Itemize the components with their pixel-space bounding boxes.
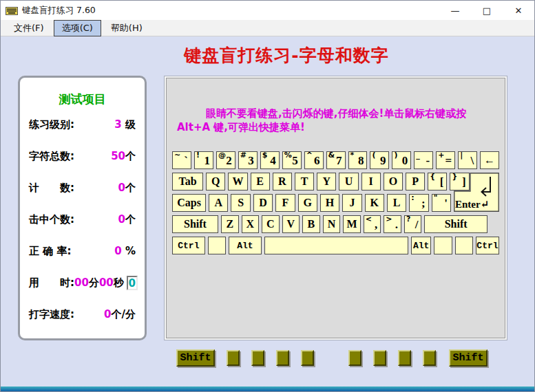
- menu-item[interactable]: 帮助(H): [103, 21, 150, 36]
- stats-row: 正 确 率:0 %: [29, 235, 136, 267]
- key-label: Tab: [173, 173, 202, 190]
- key-X[interactable]: X: [242, 215, 260, 233]
- key-O[interactable]: O: [384, 173, 403, 190]
- key-`[interactable]: ~`: [172, 151, 191, 169]
- key-label: Y: [317, 173, 335, 190]
- key-P[interactable]: P: [406, 173, 425, 190]
- key-E[interactable]: E: [251, 173, 270, 190]
- key-L[interactable]: L: [387, 194, 406, 212]
- key-label: W: [229, 173, 246, 190]
- key-C[interactable]: C: [262, 215, 280, 233]
- key-Ctrl[interactable]: Ctrl: [172, 237, 205, 254]
- key-=[interactable]: +=: [436, 151, 455, 169]
- key-/[interactable]: ?/: [404, 215, 422, 233]
- key-B[interactable]: B: [302, 215, 320, 233]
- key-Z[interactable]: Z: [221, 215, 239, 233]
- key-'[interactable]: "': [432, 194, 451, 212]
- key-shift-char: _: [416, 151, 420, 160]
- key-4[interactable]: $4: [260, 151, 280, 169]
- key-G[interactable]: G: [298, 194, 317, 212]
- key-6[interactable]: ^6: [304, 151, 324, 169]
- key-label: M: [344, 216, 360, 232]
- key-main-char: 2: [226, 153, 232, 169]
- key-backspace[interactable]: ←: [480, 151, 499, 169]
- key--[interactable]: _-: [414, 151, 433, 169]
- key-Y[interactable]: Y: [317, 173, 336, 190]
- menu-item[interactable]: 选项(C): [54, 21, 101, 36]
- key-2[interactable]: @2: [216, 151, 235, 169]
- key-,[interactable]: <,: [364, 215, 381, 233]
- left-shift-button[interactable]: Shift: [176, 349, 215, 367]
- key-J[interactable]: J: [342, 194, 361, 212]
- finger-square[interactable]: [301, 350, 314, 366]
- key-menu[interactable]: [455, 237, 473, 254]
- key-label: Ctrl: [173, 237, 204, 254]
- key-Caps[interactable]: Caps: [172, 194, 206, 212]
- finger-square[interactable]: [423, 350, 436, 366]
- key-shift-char: ): [394, 151, 397, 160]
- key-1[interactable]: !1: [194, 151, 213, 169]
- key-right-ctrl[interactable]: Ctrl: [476, 237, 499, 254]
- key-5[interactable]: %5: [282, 151, 302, 169]
- key-D[interactable]: D: [253, 194, 273, 212]
- key-label: Shift: [425, 216, 486, 232]
- key-R[interactable]: R: [273, 173, 292, 190]
- finger-square[interactable]: [227, 350, 240, 366]
- key-label: E: [251, 173, 269, 190]
- key-win-right[interactable]: [434, 237, 452, 254]
- key-M[interactable]: M: [343, 215, 361, 233]
- finger-square[interactable]: [276, 350, 289, 366]
- stats-value-part: 0: [118, 182, 125, 194]
- keyboard-row: CtrlAltAltCtrl: [172, 237, 499, 254]
- key-8[interactable]: *8: [348, 151, 368, 169]
- key-label: [265, 237, 408, 254]
- right-shift-button[interactable]: Shift: [449, 349, 487, 367]
- stats-value-part: 00: [74, 276, 89, 289]
- key-shift-char: !: [196, 151, 200, 160]
- key-T[interactable]: T: [295, 173, 314, 190]
- key-7[interactable]: &7: [326, 151, 346, 169]
- key-V[interactable]: V: [282, 215, 300, 233]
- key-Alt[interactable]: Alt: [229, 237, 262, 254]
- key-label: R: [273, 173, 291, 190]
- key-main-char: 1: [204, 153, 210, 169]
- finger-square[interactable]: [251, 350, 264, 366]
- key-main-char: ;: [421, 195, 426, 212]
- key-right-alt[interactable]: Alt: [411, 237, 431, 254]
- menu-item[interactable]: 文件(F): [6, 21, 52, 36]
- key-label: K: [366, 195, 384, 211]
- key-9[interactable]: (9: [370, 151, 389, 169]
- key-0[interactable]: )0: [392, 151, 411, 169]
- key-enter[interactable]: Enter↵: [454, 173, 499, 212]
- finger-square[interactable]: [348, 350, 361, 366]
- finger-square[interactable]: [373, 350, 386, 366]
- key-[[interactable]: {[: [428, 173, 447, 190]
- key-label: B: [303, 216, 319, 232]
- key-A[interactable]: A: [209, 194, 228, 212]
- key-K[interactable]: K: [365, 194, 384, 212]
- close-icon[interactable]: ✕: [503, 1, 534, 20]
- key-Tab[interactable]: Tab: [172, 173, 203, 190]
- key-H[interactable]: H: [320, 194, 339, 212]
- key-U[interactable]: U: [339, 173, 358, 190]
- key-Q[interactable]: Q: [206, 173, 225, 190]
- key-win-left[interactable]: [208, 237, 226, 254]
- key-Shift[interactable]: Shift: [172, 215, 218, 233]
- key-F[interactable]: F: [275, 194, 295, 212]
- stats-value: 00分00秒0: [74, 276, 138, 290]
- key-S[interactable]: S: [231, 194, 250, 212]
- finger-square[interactable]: [398, 350, 411, 366]
- key-3[interactable]: #3: [238, 151, 258, 169]
- key-right-shift[interactable]: Shift: [424, 215, 487, 233]
- key-label: P: [406, 173, 424, 190]
- minimize-icon[interactable]: —: [439, 1, 471, 20]
- maximize-icon[interactable]: □: [471, 1, 503, 20]
- key-W[interactable]: W: [228, 173, 247, 190]
- key-;[interactable]: :;: [409, 194, 428, 212]
- key-.[interactable]: >.: [384, 215, 401, 233]
- key-N[interactable]: N: [323, 215, 341, 233]
- key-I[interactable]: I: [361, 173, 381, 190]
- key-space[interactable]: [264, 237, 408, 254]
- key-\[interactable]: |\: [458, 151, 477, 169]
- key-label: T: [295, 173, 313, 190]
